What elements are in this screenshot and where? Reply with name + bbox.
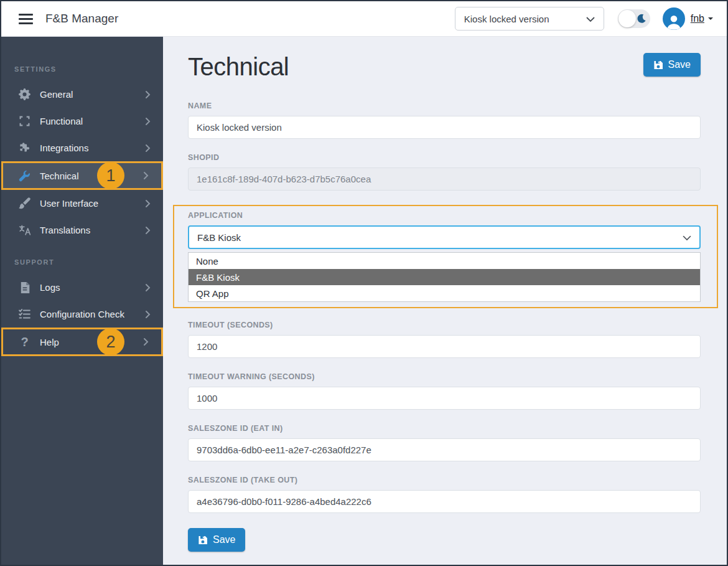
sidebar-section-settings: SETTINGS: [1, 65, 163, 73]
chevron-right-icon: [145, 117, 151, 126]
shop-version-select-value: Kiosk locked version: [464, 14, 549, 24]
user-avatar-icon[interactable]: [663, 7, 685, 30]
save-icon: [198, 535, 207, 545]
page-title: Technical: [188, 53, 289, 80]
timeout-input[interactable]: [188, 335, 701, 358]
toggle-thumb: [618, 10, 636, 27]
field-shopid: SHOPID: [188, 153, 701, 191]
save-button-bottom[interactable]: Save: [188, 528, 245, 552]
shop-version-select[interactable]: Kiosk locked version: [455, 7, 604, 31]
annotation-step-badge: 2: [97, 328, 124, 356]
app-title: F&B Manager: [45, 12, 118, 26]
wrench-icon: [18, 169, 31, 182]
sidebar-section-support: SUPPORT: [1, 258, 163, 266]
save-button-top[interactable]: Save: [643, 53, 701, 77]
timeout-warning-label: TIMEOUT WARNING (SECONDS): [188, 372, 701, 381]
option-none[interactable]: None: [189, 253, 700, 269]
sidebar-item-general[interactable]: General: [1, 81, 163, 108]
top-header: F&B Manager Kiosk locked version fnb: [1, 1, 727, 37]
sidebar-item-technical[interactable]: Technical 1: [1, 161, 163, 190]
sidebar-item-label: General: [40, 89, 145, 100]
user-menu-caret-icon: [708, 17, 713, 22]
chevron-right-icon: [145, 226, 151, 235]
shopid-label: SHOPID: [188, 153, 701, 162]
application-label: APPLICATION: [188, 211, 701, 220]
name-input[interactable]: [188, 116, 701, 139]
gear-icon: [18, 88, 31, 101]
timeout-warning-input[interactable]: [188, 387, 701, 410]
checklist-icon: [18, 308, 31, 321]
sidebar-item-label: Functional: [40, 116, 145, 126]
sidebar-item-integrations[interactable]: Integrations: [1, 134, 163, 161]
sidebar: SETTINGS General Functional: [1, 37, 163, 565]
field-saleszone-take-out: SALESZONE ID (TAKE OUT): [188, 476, 701, 513]
option-fb-kiosk[interactable]: F&B Kiosk: [189, 269, 700, 285]
chevron-right-icon: [145, 283, 151, 292]
header-right: Kiosk locked version fnb: [455, 7, 713, 31]
application-select[interactable]: F&B Kiosk: [188, 225, 701, 249]
field-name: NAME: [188, 101, 701, 139]
application-options-list: None F&B Kiosk QR App: [188, 252, 701, 302]
sidebar-item-label: Configuration Check: [40, 309, 145, 319]
chevron-right-icon: [145, 144, 151, 153]
chevron-right-icon: [145, 90, 151, 99]
sidebar-item-label: Translations: [40, 225, 145, 235]
field-application: APPLICATION F&B Kiosk None F&B Kiosk QR …: [188, 211, 701, 302]
chevron-right-icon: [145, 310, 151, 319]
annotation-step-badge: 1: [97, 162, 124, 189]
shopid-input: [188, 167, 701, 191]
saleszone-take-out-label: SALESZONE ID (TAKE OUT): [188, 476, 701, 484]
app-window: F&B Manager Kiosk locked version fnb: [0, 0, 728, 566]
sidebar-item-functional[interactable]: Functional: [1, 108, 163, 134]
question-icon: ?: [18, 336, 31, 348]
save-button-label: Save: [668, 59, 691, 70]
sidebar-item-help[interactable]: ? Help 2: [1, 328, 163, 356]
application-select-value: F&B Kiosk: [197, 232, 241, 243]
file-icon: [18, 281, 31, 294]
chevron-right-icon: [145, 199, 151, 208]
username-link[interactable]: fnb: [691, 13, 704, 24]
sidebar-item-label: Help: [40, 337, 143, 347]
sidebar-item-label: Logs: [40, 282, 145, 293]
sidebar-item-label: Technical: [40, 171, 143, 181]
option-qr-app[interactable]: QR App: [189, 285, 700, 301]
chevron-down-icon: [586, 14, 595, 24]
translate-icon: [18, 224, 31, 237]
saleszone-eat-in-input[interactable]: [188, 438, 701, 461]
saleszone-eat-in-label: SALESZONE ID (EAT IN): [188, 424, 701, 433]
sidebar-item-translations[interactable]: Translations: [1, 217, 163, 243]
chevron-down-icon: [683, 232, 691, 243]
paintbrush-icon: [18, 197, 31, 210]
sidebar-item-user-interface[interactable]: User Interface: [1, 190, 163, 217]
save-button-label: Save: [213, 534, 235, 545]
puzzle-icon: [18, 142, 31, 154]
field-timeout: TIMEOUT (SECONDS): [188, 321, 701, 358]
application-annotation-box: APPLICATION F&B Kiosk None F&B Kiosk QR …: [173, 205, 718, 308]
moon-icon: [637, 14, 646, 24]
chevron-right-icon: [143, 171, 149, 180]
field-saleszone-eat-in: SALESZONE ID (EAT IN): [188, 424, 701, 461]
save-icon: [653, 60, 663, 70]
field-timeout-warning: TIMEOUT WARNING (SECONDS): [188, 372, 701, 410]
expand-icon: [18, 115, 31, 128]
name-label: NAME: [188, 101, 701, 110]
dark-mode-toggle[interactable]: [618, 9, 650, 28]
sidebar-item-label: Integrations: [40, 143, 145, 153]
sidebar-item-label: User Interface: [40, 198, 145, 209]
timeout-label: TIMEOUT (SECONDS): [188, 321, 701, 329]
chevron-right-icon: [143, 337, 149, 346]
saleszone-take-out-input[interactable]: [188, 490, 701, 513]
hamburger-menu-icon[interactable]: [19, 14, 33, 24]
sidebar-item-logs[interactable]: Logs: [1, 274, 163, 301]
sidebar-item-configuration-check[interactable]: Configuration Check: [1, 301, 163, 328]
main-content: Technical Save NAME SHOPID APPLICATION: [163, 37, 727, 565]
